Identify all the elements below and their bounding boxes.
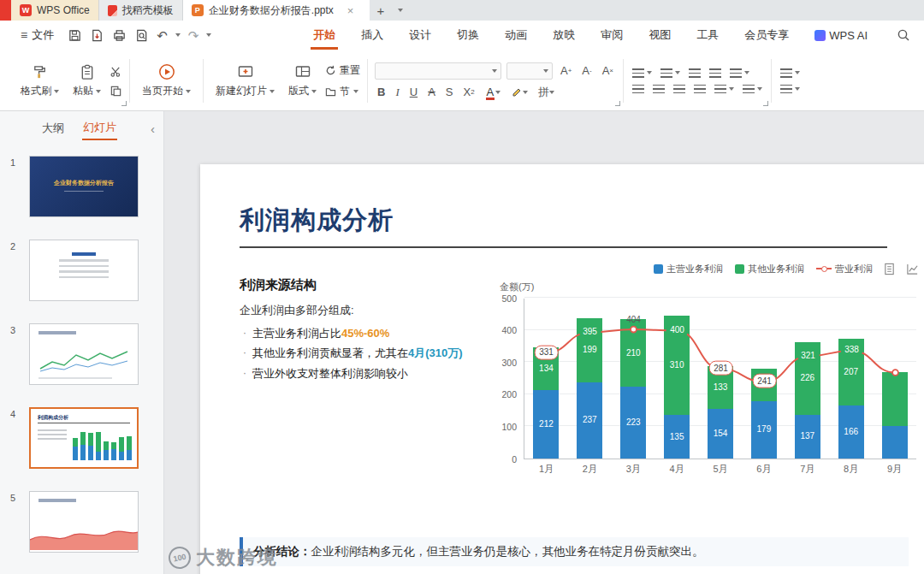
close-tab-icon[interactable]: ×: [347, 4, 354, 17]
align-right-button[interactable]: [672, 84, 687, 95]
legend-item[interactable]: 主营业务利润: [654, 263, 723, 275]
justify-button[interactable]: [692, 84, 708, 95]
redo-icon[interactable]: ↷: [188, 29, 199, 42]
slide-number: 5: [10, 491, 29, 553]
bullet-list[interactable]: ·主营业务利润占比45%-60%·其他业务利润贡献显著，尤其在4月(310万)·…: [243, 327, 500, 381]
export-pdf-icon[interactable]: [90, 28, 104, 43]
more-formatting-button[interactable]: [779, 68, 802, 79]
more-formatting-button[interactable]: [779, 84, 802, 95]
bullet-list-button[interactable]: [631, 68, 654, 79]
highlight-button[interactable]: [508, 86, 530, 98]
tab-list-dropdown[interactable]: [392, 0, 409, 21]
section-button[interactable]: 节: [325, 85, 360, 99]
text-direction-button[interactable]: [728, 68, 751, 79]
decrease-font-button[interactable]: A-: [579, 64, 594, 77]
line-spacing-button[interactable]: [713, 84, 736, 95]
document-icon[interactable]: [883, 263, 896, 275]
font-size-select[interactable]: [506, 62, 553, 80]
profit-chart[interactable]: 主营业务利润其他业务利润营业利润 金额(万) 0100200300400500 …: [498, 260, 919, 459]
layout-button[interactable]: 版式: [283, 60, 322, 102]
ribbon-tab-切换[interactable]: 切换: [454, 21, 482, 50]
legend-line-swatch: [816, 268, 832, 269]
legend-item[interactable]: 其他业务利润: [735, 263, 804, 275]
ribbon-tab-放映[interactable]: 放映: [550, 21, 578, 50]
copy-button[interactable]: [110, 85, 122, 98]
tab-slides[interactable]: 幻灯片: [82, 116, 117, 140]
slide-thumbnail-row: 3: [0, 323, 163, 385]
ribbon-tab-会员专享[interactable]: 会员专享: [742, 21, 791, 50]
print-preview-icon[interactable]: [134, 28, 149, 43]
bold-button[interactable]: B: [375, 86, 388, 98]
current-slide[interactable]: 利润构成分析 利润来源结构 企业利润由多部分组成: ·主营业务利润占比45%-6…: [200, 164, 924, 574]
tab-document-active[interactable]: P 企业财务数据分析报告.pptx ×: [183, 0, 370, 21]
phonetic-guide-button[interactable]: 拼: [536, 85, 557, 100]
mini-bar-main: [127, 450, 132, 460]
reset-button[interactable]: 重置: [325, 63, 360, 78]
chevron-down-icon: [795, 87, 800, 91]
chevron-down-icon: [96, 90, 101, 93]
new-tab-button[interactable]: +: [370, 0, 392, 21]
superscript-button[interactable]: X2: [460, 86, 477, 98]
slide-panel: 大纲 幻灯片 ‹ 1企业财务数据分析报告234利润构成分析5: [0, 111, 164, 574]
save-icon[interactable]: [68, 28, 82, 43]
undo-dropdown-icon[interactable]: [175, 33, 181, 37]
ribbon-tab-开始[interactable]: 开始: [311, 21, 338, 50]
align-left-button[interactable]: [631, 84, 646, 95]
collapse-panel-icon[interactable]: ‹: [151, 121, 155, 136]
cut-button[interactable]: [110, 65, 122, 78]
docer-doc-icon: [108, 5, 117, 16]
ribbon-tab-审阅[interactable]: 审阅: [598, 21, 625, 50]
slide-thumbnail-1[interactable]: 企业财务数据分析报告: [29, 156, 139, 217]
font-name-select[interactable]: [375, 62, 501, 80]
slide-thumbnail-5[interactable]: [29, 491, 139, 553]
clear-format-button[interactable]: A×: [600, 64, 616, 77]
align-center-button[interactable]: [651, 84, 666, 95]
tab-outline[interactable]: 大纲: [41, 117, 65, 139]
play-from-current-button[interactable]: 当页开始: [137, 60, 196, 102]
wps-logo-icon: W: [20, 4, 32, 16]
search-button[interactable]: [891, 21, 915, 50]
numbered-list-button[interactable]: [659, 68, 682, 79]
print-icon[interactable]: [112, 28, 127, 43]
legend-item[interactable]: 营业利润: [816, 263, 873, 275]
tab-wps-home[interactable]: W WPS Office: [11, 0, 99, 21]
ribbon-tab-工具[interactable]: 工具: [694, 21, 721, 50]
decrease-indent-button[interactable]: [687, 68, 702, 79]
decor-line: [59, 265, 109, 268]
ribbon-tab-动画[interactable]: 动画: [502, 21, 530, 50]
intro-text[interactable]: 企业利润由多部分组成:: [240, 303, 354, 318]
file-menu-button[interactable]: ≡ 文件: [14, 21, 61, 50]
increase-font-button[interactable]: A+: [558, 64, 574, 77]
slide-thumbnail-4[interactable]: 利润构成分析: [29, 407, 139, 469]
columns-button[interactable]: [741, 84, 764, 95]
underline-button[interactable]: U: [407, 86, 420, 98]
font-color-button[interactable]: A: [483, 86, 504, 98]
slide-thumbnail-2[interactable]: [29, 240, 139, 301]
section-heading[interactable]: 利润来源结构: [240, 277, 317, 293]
ribbon-tab-WPS AI[interactable]: WPS AI: [812, 21, 870, 50]
tab-docer-templates[interactable]: 找稻壳模板: [99, 0, 183, 21]
new-slide-button[interactable]: 新建幻灯片: [210, 60, 280, 102]
slide-thumbnail-3[interactable]: [29, 323, 139, 385]
strikethrough-button[interactable]: A: [425, 86, 438, 98]
conclusion-box[interactable]: 分析结论：企业利润结构多元化，但主营业务仍是核心，其他业务在特定月份贡献突出。: [240, 537, 909, 566]
slide-title[interactable]: 利润构成分析: [240, 204, 394, 238]
chevron-down-icon: [744, 71, 749, 74]
ribbon-tab-设计[interactable]: 设计: [406, 21, 434, 50]
format-painter-button[interactable]: 格式刷: [15, 60, 64, 102]
chart-header: 主营业务利润其他业务利润营业利润: [498, 260, 919, 277]
italic-button[interactable]: I: [393, 86, 401, 99]
dialog-launcher-icon[interactable]: [121, 101, 127, 106]
redo-dropdown-icon[interactable]: [206, 33, 211, 37]
ribbon-tab-插入[interactable]: 插入: [358, 21, 386, 50]
undo-icon[interactable]: ↶: [157, 29, 168, 42]
ribbon-tab-视图[interactable]: 视图: [646, 21, 673, 50]
paste-button[interactable]: 粘贴: [68, 60, 106, 102]
bullet-dot: ·: [243, 346, 246, 360]
line-chart-icon[interactable]: [906, 263, 919, 275]
slide-canvas[interactable]: 利润构成分析 利润来源结构 企业利润由多部分组成: ·主营业务利润占比45%-6…: [164, 111, 924, 574]
dialog-launcher-icon[interactable]: [615, 101, 620, 106]
shadow-button[interactable]: S: [443, 86, 456, 98]
increase-indent-button[interactable]: [708, 68, 723, 79]
dialog-launcher-icon[interactable]: [763, 101, 768, 106]
